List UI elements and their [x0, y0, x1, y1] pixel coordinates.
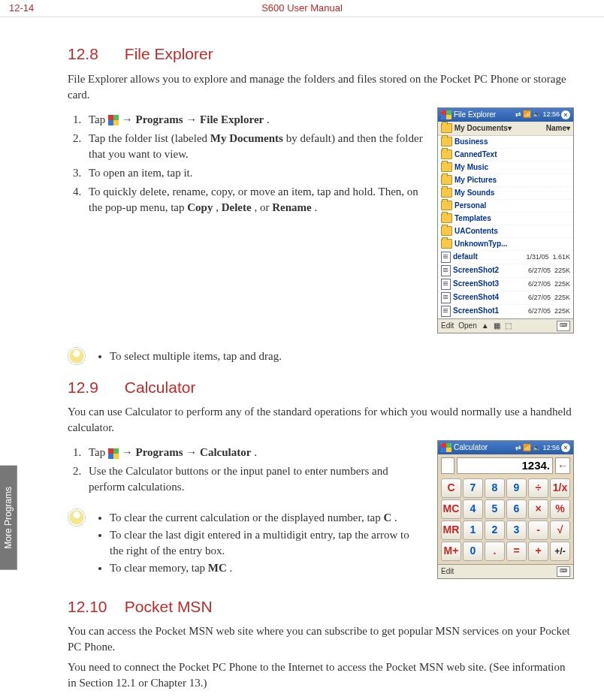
file-list: Business CannedText My Music My Pictures…: [438, 136, 573, 318]
section-title: Calculator: [125, 379, 196, 396]
calc-button-1[interactable]: 1: [463, 520, 483, 540]
tip-item: To clear memory, tap MC .: [110, 560, 425, 576]
folder-item[interactable]: UnknownTyp...: [438, 238, 573, 251]
signal-icon[interactable]: 📶: [523, 443, 531, 453]
speaker-icon[interactable]: 🔈: [533, 110, 541, 119]
calc-button-3[interactable]: 3: [506, 520, 527, 540]
calc-button--[interactable]: -: [528, 520, 548, 540]
edit-menu[interactable]: Edit: [441, 321, 454, 331]
calc-button-8[interactable]: 8: [485, 478, 505, 498]
calc-button-=[interactable]: =: [506, 542, 527, 561]
start-icon: [108, 448, 119, 459]
up-icon[interactable]: ▲: [482, 321, 489, 331]
section-number: 12.8: [68, 43, 120, 65]
folder-item[interactable]: Templates: [438, 213, 573, 225]
window-title: File Explorer: [454, 110, 496, 120]
file-item[interactable]: ScreenShot26/27/05 225K: [438, 264, 573, 278]
calc-button-MC[interactable]: MC: [441, 499, 461, 519]
network-icon[interactable]: ⬚: [505, 321, 512, 331]
calc-button-.[interactable]: .: [485, 542, 505, 561]
sort-column[interactable]: Name: [546, 123, 566, 134]
keyboard-icon[interactable]: ⌨: [557, 566, 570, 577]
body-text: You need to connect the Pocket PC Phone …: [68, 659, 574, 691]
folder-icon: [441, 226, 452, 236]
calculator-screenshot: Calculator ⇄ 📶 🔈 12:56 × 1234. ← C789÷1/…: [437, 440, 574, 579]
edit-menu[interactable]: Edit: [441, 566, 454, 577]
calculator-display-row: 1234. ←: [441, 457, 570, 474]
calc-button-9[interactable]: 9: [506, 478, 527, 498]
calc-button-MR[interactable]: MR: [441, 520, 461, 540]
folder-icon: [441, 123, 452, 133]
window-title: Calculator: [454, 442, 488, 453]
folder-item[interactable]: Business: [438, 136, 573, 149]
backspace-button[interactable]: ←: [555, 457, 570, 474]
calc-button-6[interactable]: 6: [506, 499, 527, 519]
keyboard-icon[interactable]: ⌨: [557, 321, 570, 331]
calc-button-2[interactable]: 2: [485, 520, 505, 540]
file-item[interactable]: ScreenShot46/27/05 225K: [438, 291, 573, 305]
dropdown-icon[interactable]: ▾: [508, 123, 512, 134]
page-content: 12.8 File Explorer File Explorer allows …: [0, 17, 604, 700]
calc-button-÷[interactable]: ÷: [528, 478, 548, 498]
file-item[interactable]: ScreenShot16/27/05 225K: [438, 305, 573, 318]
step-1: Tap → Programs → File Explorer .: [84, 112, 425, 128]
file-icon: [441, 306, 451, 317]
calc-button-4[interactable]: 4: [463, 499, 483, 519]
calc-button-×[interactable]: ×: [528, 499, 548, 519]
connectivity-icon[interactable]: ⇄: [515, 443, 521, 453]
calc-button-0[interactable]: 0: [463, 542, 483, 561]
folder-item[interactable]: My Music: [438, 161, 573, 174]
calc-button-+[interactable]: +: [528, 542, 548, 561]
folder-item[interactable]: My Pictures: [438, 174, 573, 187]
current-folder[interactable]: My Documents: [455, 123, 508, 134]
calc-button-5[interactable]: 5: [485, 499, 505, 519]
close-icon[interactable]: ×: [561, 110, 570, 119]
folder-item[interactable]: My Sounds: [438, 187, 573, 200]
calculator-display: 1234.: [457, 457, 553, 474]
close-icon[interactable]: ×: [561, 443, 570, 452]
calc-button-%[interactable]: %: [550, 499, 570, 519]
signal-icon[interactable]: 📶: [523, 110, 531, 119]
folder-icon: [441, 175, 452, 185]
start-icon[interactable]: [441, 110, 451, 119]
tools-icon[interactable]: ▦: [494, 321, 500, 331]
folder-item[interactable]: CannedText: [438, 149, 573, 161]
lightbulb-icon: [68, 508, 86, 527]
file-item[interactable]: ScreenShot36/27/05 225K: [438, 278, 573, 291]
page-number: 12-14: [9, 2, 34, 15]
window-titlebar: File Explorer ⇄ 📶 🔈 12:56 ×: [438, 108, 573, 122]
intro-text: File Explorer allows you to explore and …: [68, 71, 574, 103]
start-icon[interactable]: [441, 443, 451, 452]
folder-dropdown-bar: My Documents ▾ Name ▾: [438, 122, 573, 136]
calc-button-+/-[interactable]: +/-: [550, 542, 570, 561]
dropdown-icon[interactable]: ▾: [566, 123, 570, 134]
calc-button-√[interactable]: √: [550, 520, 570, 540]
step-2: Use the Calculator buttons or the input …: [84, 463, 425, 495]
calc-button-1/x[interactable]: 1/x: [550, 478, 570, 498]
status-area: ⇄ 📶 🔈 12:56 ×: [515, 443, 570, 453]
section-title: File Explorer: [125, 45, 213, 62]
folder-icon: [441, 137, 452, 146]
calc-button-C[interactable]: C: [441, 478, 461, 498]
section-heading-12-8: 12.8 File Explorer: [68, 43, 574, 65]
clock: 12:56: [542, 443, 560, 453]
folder-icon: [441, 201, 452, 210]
calculator-keypad: C789÷1/xMC456×%MR123-√M+0.=++/-: [438, 477, 573, 564]
file-icon: [441, 252, 451, 263]
folder-item[interactable]: Personal: [438, 200, 573, 213]
folder-item[interactable]: UAContents: [438, 225, 573, 238]
window-titlebar: Calculator ⇄ 📶 🔈 12:56 ×: [438, 441, 573, 454]
connectivity-icon[interactable]: ⇄: [515, 110, 521, 119]
calc-button-M+[interactable]: M+: [441, 542, 461, 561]
file-item[interactable]: default1/31/05 1.61K: [438, 251, 573, 264]
file-explorer-screenshot: File Explorer ⇄ 📶 🔈 12:56 × My Documents…: [437, 107, 574, 333]
step-1: Tap → Programs → Calculator .: [84, 445, 425, 460]
folder-icon: [441, 188, 452, 198]
clock: 12:56: [542, 110, 560, 119]
open-menu[interactable]: Open: [458, 321, 476, 331]
page-header: 12-14 S600 User Manual: [0, 0, 604, 17]
lightbulb-icon: [68, 347, 86, 365]
instruction-list: Tap → Programs → Calculator . Use the Ca…: [68, 445, 425, 495]
calc-button-7[interactable]: 7: [463, 478, 483, 498]
speaker-icon[interactable]: 🔈: [533, 443, 541, 453]
